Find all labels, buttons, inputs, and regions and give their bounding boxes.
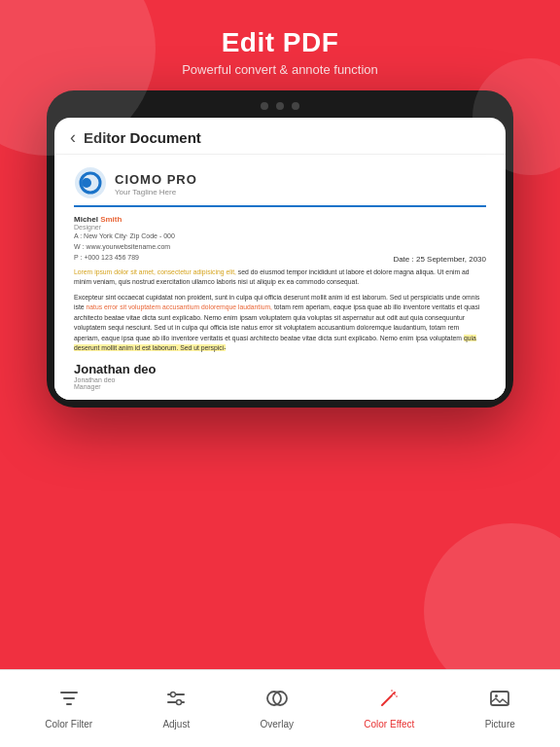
- doc-contact-row: Michel Smith Designer A : New York City·…: [74, 215, 486, 264]
- device-top-bar: [54, 102, 506, 110]
- device-wrapper: ‹ Editor Document CIOMO PRO Your Tagline…: [0, 90, 560, 408]
- doc-sig-sub2: Manager: [74, 383, 486, 390]
- toolbar-label-color-effect: Color Effect: [364, 719, 414, 729]
- circles-icon: [265, 688, 289, 715]
- screen-title: Editor Document: [84, 129, 201, 146]
- doc-contact-phone: P : +000 123 456 789: [74, 252, 175, 263]
- screen-navbar: ‹ Editor Document: [54, 118, 506, 155]
- doc-para1-highlight: Lorem ipsum dolor sit amet, consectetur …: [74, 268, 236, 275]
- toolbar-item-picture[interactable]: Picture: [473, 680, 527, 737]
- sliders-icon: [165, 688, 187, 715]
- doc-contact-name: Michel Smith: [74, 215, 175, 224]
- magic-icon: [378, 688, 400, 715]
- svg-point-11: [397, 695, 399, 697]
- doc-contact-left: Michel Smith Designer A : New York City·…: [74, 215, 175, 264]
- svg-point-12: [392, 690, 394, 692]
- bottom-toolbar: Color Filter Adjust Overlay: [0, 669, 560, 747]
- doc-sig-sub1: Jonathan deo: [74, 376, 486, 383]
- logo-tagline: Your Tagline Here: [115, 188, 197, 196]
- funnel-icon: [58, 688, 80, 715]
- toolbar-item-color-filter[interactable]: Color Filter: [33, 680, 104, 737]
- doc-paragraph-1: Lorem ipsum dolor sit amet, consectetur …: [74, 267, 486, 288]
- doc-contact: Michel Smith Designer A : New York City·…: [74, 215, 486, 264]
- device-screen: ‹ Editor Document CIOMO PRO Your Tagline…: [54, 118, 506, 400]
- back-icon[interactable]: ‹: [70, 127, 76, 148]
- svg-point-6: [177, 700, 182, 705]
- toolbar-label-picture: Picture: [485, 719, 515, 729]
- logo-text: CIOMO PRO Your Tagline Here: [115, 170, 197, 196]
- svg-point-5: [171, 693, 176, 697]
- doc-contact-role: Designer: [74, 224, 175, 231]
- logo-icon: [74, 166, 107, 199]
- doc-logo-area: CIOMO PRO Your Tagline Here: [74, 166, 486, 207]
- device-dot-2: [276, 102, 284, 110]
- image-icon: [489, 688, 510, 715]
- header: Edit PDF Powerful convert & annote funct…: [0, 0, 560, 90]
- toolbar-label-overlay: Overlay: [261, 719, 294, 729]
- doc-contact-address: A : New York City· Zip Code - 000: [74, 231, 175, 241]
- doc-para2-highlighted: quia deserunt mollit anim id est laborum…: [74, 335, 476, 352]
- page-subtitle: Powerful convert & annote function: [0, 62, 560, 77]
- device-dot-1: [261, 102, 268, 110]
- toolbar-item-overlay[interactable]: Overlay: [249, 680, 305, 737]
- logo-company: CIOMO PRO: [115, 172, 197, 187]
- doc-sig-name: Jonathan deo: [74, 362, 486, 376]
- svg-point-10: [394, 692, 396, 694]
- svg-line-9: [382, 695, 392, 705]
- device-mockup: ‹ Editor Document CIOMO PRO Your Tagline…: [47, 90, 513, 408]
- svg-point-2: [82, 178, 91, 188]
- doc-date: Date : 25 September, 2030: [393, 255, 486, 264]
- svg-point-14: [495, 694, 498, 697]
- doc-para2-link: natus error sit voluptatem accusantium d…: [86, 303, 272, 310]
- doc-contact-website: W : www.yourwebsitename.com: [74, 241, 175, 252]
- toolbar-label-color-filter: Color Filter: [45, 719, 92, 729]
- doc-contact-name-highlight: Smith: [100, 215, 122, 224]
- doc-paragraph-2: Excepteur sint occaecat cupidatat non pr…: [74, 293, 486, 354]
- svg-rect-13: [491, 692, 508, 705]
- toolbar-label-adjust: Adjust: [162, 719, 190, 729]
- toolbar-item-color-effect[interactable]: Color Effect: [352, 680, 426, 737]
- document-content: CIOMO PRO Your Tagline Here Michel Smith…: [54, 155, 506, 400]
- doc-signature: Jonathan deo Jonathan deo Manager: [74, 362, 486, 390]
- toolbar-item-adjust[interactable]: Adjust: [151, 680, 201, 737]
- device-dot-3: [292, 102, 299, 110]
- page-title: Edit PDF: [0, 27, 560, 58]
